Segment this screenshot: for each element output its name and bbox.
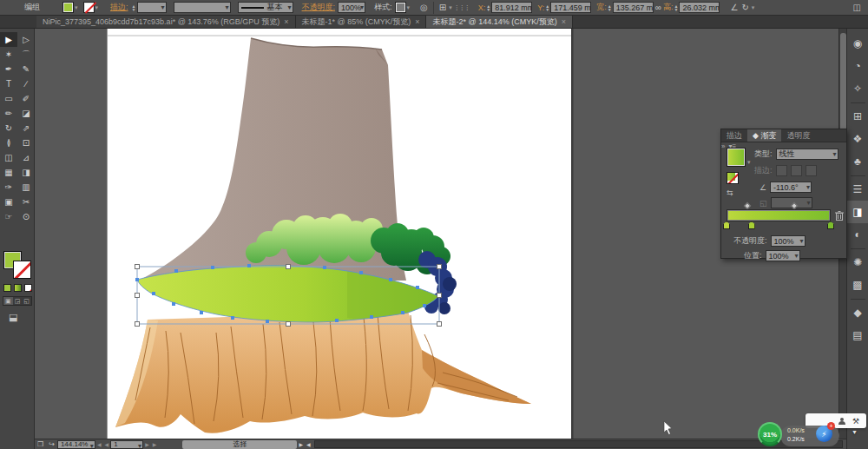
gradient-midpoint-marker[interactable] — [744, 202, 751, 209]
x-stepper[interactable] — [485, 2, 491, 13]
download-widget-toolbar[interactable]: ⚒ — [806, 413, 866, 428]
layers-icon[interactable]: ◆ — [847, 301, 868, 324]
delete-stop-icon[interactable] — [834, 210, 845, 221]
stroke-gradient-within-button[interactable] — [776, 165, 787, 176]
color-icon[interactable]: ◉ — [847, 32, 868, 55]
scroll-left-arrow[interactable]: ◀ — [306, 441, 311, 447]
scroll-right-arrow[interactable]: ▶ — [299, 441, 303, 447]
canvas-area[interactable] — [35, 29, 838, 439]
download-progress-circle[interactable]: 31% — [758, 422, 782, 446]
selection-tool[interactable]: ▶ — [0, 32, 17, 47]
gradient-mode-button[interactable] — [14, 284, 22, 292]
gradient-stop[interactable] — [827, 221, 834, 229]
symbols-icon[interactable]: ♣ — [847, 150, 868, 173]
next-artboard-arrow[interactable]: ▶ — [145, 441, 149, 447]
downloader-app-icon[interactable]: ⚡ — [816, 426, 832, 442]
tab-close-icon[interactable]: × — [562, 17, 566, 26]
direct-selection-tool[interactable]: ▷ — [17, 32, 35, 47]
first-artboard-arrow[interactable]: ◀ — [97, 441, 102, 447]
eraser-tool[interactable]: ◪ — [17, 106, 35, 121]
magic-wand-tool[interactable]: ✶ — [0, 47, 17, 62]
opacity-field[interactable]: 100% — [338, 2, 365, 13]
draw-inside-icon[interactable]: ◱ — [22, 297, 31, 305]
shape-builder-tool[interactable]: ◫ — [0, 150, 17, 165]
transform-grid-icon[interactable]: ⋮⋮⋮ — [454, 4, 470, 11]
paintbrush-tool[interactable]: ✐ — [17, 91, 35, 106]
tab-untitled-1[interactable]: 未标题-1* @ 85% (CMYK/预览) × — [296, 16, 427, 28]
brush-definition-dropdown[interactable]: 基本 — [238, 2, 293, 13]
gradient-type-dropdown[interactable]: 线性 — [776, 149, 838, 160]
reverse-gradient-icon[interactable]: ⇆ — [727, 188, 733, 197]
screen-mode-icon[interactable]: ⬓ — [9, 312, 17, 323]
draw-normal-icon[interactable]: ▣ — [3, 297, 13, 305]
tab-untitled-2[interactable]: 未标题-2* @ 144.14% (CMYK/预览) × — [426, 16, 572, 28]
rectangle-tool[interactable]: ▭ — [0, 91, 17, 106]
constrain-link-icon[interactable]: ∞ — [655, 3, 661, 12]
eyedropper-tool[interactable]: ✑ — [0, 180, 17, 195]
toolbar-stroke-swatch[interactable] — [13, 261, 31, 279]
rotate-tool[interactable]: ↻ — [0, 121, 17, 135]
graphic-styles-icon[interactable]: ▩ — [847, 274, 868, 296]
line-segment-tool[interactable]: ∕ — [17, 76, 35, 91]
gradient-panel-icon[interactable]: ◨ — [847, 201, 868, 223]
stroke-word-link[interactable]: 描边: — [110, 2, 128, 13]
gradient-stop[interactable] — [748, 221, 755, 229]
shear-icon[interactable]: ∠ — [730, 3, 738, 12]
y-field[interactable]: 171.459 mm — [550, 2, 591, 13]
hand-tool[interactable]: ☞ — [0, 209, 17, 224]
stroke-color-swatch[interactable] — [83, 2, 95, 13]
curvature-tool[interactable]: ✎ — [17, 62, 35, 76]
opacity-word-link[interactable]: 不透明度: — [302, 2, 336, 13]
stroke-panel-icon[interactable]: ☰ — [847, 178, 868, 201]
style-swatch[interactable] — [395, 2, 406, 13]
pencil-tool[interactable]: ✏ — [0, 106, 17, 121]
tab-nipic-document[interactable]: NiPic_377395_406b9cdd7b17c93b.ai* @ 143.… — [36, 16, 296, 28]
gp-tab-gradient[interactable]: ◆ 渐变 — [747, 129, 781, 142]
gradient-preview-swatch[interactable] — [727, 148, 746, 167]
draw-behind-icon[interactable]: ◲ — [13, 297, 23, 305]
zoom-tool[interactable]: ⊙ — [17, 209, 35, 224]
graph-tool[interactable]: ▥ — [17, 180, 35, 195]
stop-opacity-field[interactable]: 100% — [771, 235, 806, 247]
none-mode-button[interactable] — [24, 284, 32, 292]
gradient-angle-field[interactable]: -110.6° — [770, 182, 812, 193]
appearance-icon[interactable]: ✺ — [847, 251, 868, 274]
color-guide-icon[interactable]: ◔ — [847, 55, 868, 77]
fill-color-swatch[interactable] — [62, 2, 74, 13]
gradient-tool[interactable]: ◨ — [17, 165, 35, 180]
transparency-panel-icon[interactable]: ◐ — [847, 223, 868, 246]
tab-close-icon[interactable]: × — [415, 17, 419, 26]
slice-tool[interactable]: ✂ — [17, 195, 35, 209]
width-tool[interactable]: ≬ — [0, 135, 17, 150]
stop-location-field[interactable]: 100% — [766, 250, 800, 261]
artboard-tool[interactable]: ▣ — [0, 195, 17, 209]
status-icon-share[interactable]: ↪ — [49, 440, 55, 448]
type-tool[interactable]: T — [0, 76, 17, 91]
tab-close-icon[interactable]: × — [284, 17, 288, 26]
mesh-tool[interactable]: ▦ — [0, 165, 17, 180]
width-field[interactable]: 135.267 mm — [613, 2, 654, 13]
artboard-navigation-field[interactable]: 1 — [110, 440, 143, 449]
status-icon-collapse[interactable]: ❒ — [37, 440, 43, 448]
panel-expand-icon[interactable]: » — [721, 142, 725, 150]
perspective-grid-tool[interactable]: ⊿ — [17, 150, 35, 165]
height-stepper[interactable] — [673, 2, 679, 13]
free-transform-tool[interactable]: ⊡ — [17, 135, 35, 150]
width-profile-dropdown[interactable] — [174, 2, 231, 13]
prev-artboard-arrow[interactable]: ◀ — [105, 441, 109, 447]
height-field[interactable]: 26.032 mm — [679, 2, 720, 13]
lasso-tool[interactable]: ⌒ — [17, 47, 35, 62]
x-field[interactable]: 81.912 mm — [491, 2, 532, 13]
stroke-width-stepper[interactable] — [131, 2, 137, 13]
gp-tab-stroke[interactable]: 描边 — [721, 129, 747, 142]
pattern-options-icon[interactable]: ✧ — [847, 77, 868, 100]
brushes-icon[interactable]: ❖ — [847, 128, 868, 150]
scale-tool[interactable]: ⇗ — [17, 121, 35, 135]
workspace-icon[interactable]: ◫ — [853, 3, 861, 12]
align-dropdown-icon[interactable]: ⊞ — [439, 3, 446, 12]
stroke-gradient-across-button[interactable] — [806, 165, 817, 176]
gradient-midpoint-marker[interactable] — [791, 202, 798, 209]
gradient-slider-bar[interactable] — [727, 209, 831, 221]
width-stepper[interactable] — [607, 2, 613, 13]
recolor-artwork-icon[interactable]: ◎ — [420, 3, 428, 12]
